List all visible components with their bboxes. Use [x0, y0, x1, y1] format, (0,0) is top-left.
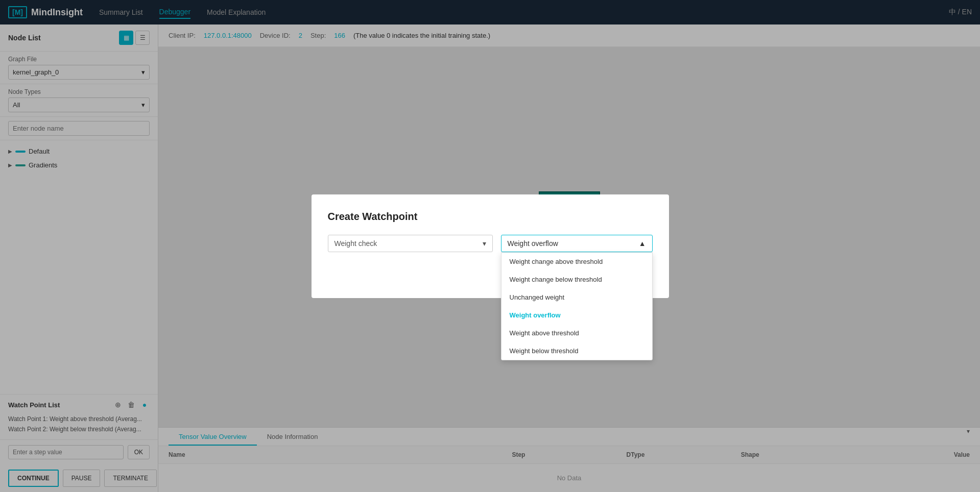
chevron-up-icon-modal: ▲ — [639, 239, 646, 248]
dropdown-item-5[interactable]: Weight above threshold — [501, 324, 652, 342]
modal-selects-row: Weight check ▾ Weight overflow ▲ Weight … — [328, 235, 653, 252]
dropdown-item-6[interactable]: Weight below threshold — [501, 342, 652, 360]
modal-title: Create Watchpoint — [328, 211, 653, 223]
check-type-value: Weight check — [334, 239, 377, 248]
dropdown-item-3[interactable]: Unchanged weight — [501, 288, 652, 306]
condition-value: Weight overflow — [508, 239, 558, 248]
condition-select[interactable]: Weight overflow ▲ — [501, 235, 653, 252]
create-watchpoint-modal: Create Watchpoint Weight check ▾ Weight … — [312, 194, 669, 298]
dropdown-item-2[interactable]: Weight change below threshold — [501, 270, 652, 288]
dropdown-item-4-selected[interactable]: Weight overflow — [501, 306, 652, 324]
modal-overlay: Create Watchpoint Weight check ▾ Weight … — [0, 0, 980, 492]
chevron-down-icon-modal: ▾ — [483, 239, 486, 248]
condition-select-wrapper: Weight overflow ▲ Weight change above th… — [501, 235, 653, 252]
dropdown-item-1[interactable]: Weight change above threshold — [501, 253, 652, 270]
condition-dropdown-menu: Weight change above threshold Weight cha… — [501, 252, 653, 360]
check-type-select[interactable]: Weight check ▾ — [328, 235, 493, 252]
